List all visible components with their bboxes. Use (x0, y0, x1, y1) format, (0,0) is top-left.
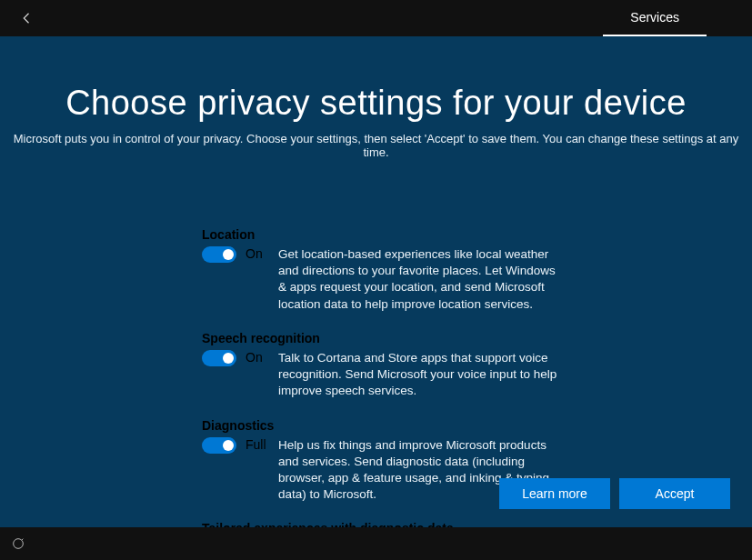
setting-location-desc: Get location-based experiences like loca… (278, 246, 561, 313)
setting-location: Location On Get location-based experienc… (202, 227, 561, 313)
tab-services[interactable]: Services (603, 0, 707, 36)
oobe-window: Services Choose privacy settings for you… (0, 0, 752, 560)
toggle-speech-state: On (246, 350, 271, 365)
setting-speech-label: Speech recognition (202, 331, 561, 345)
toggle-diagnostics[interactable] (202, 437, 236, 454)
back-button[interactable] (16, 7, 38, 29)
toggle-knob (223, 249, 234, 260)
toggle-speech[interactable] (202, 350, 236, 366)
page-subtitle: Microsoft puts you in control of your pr… (0, 132, 752, 159)
toggle-diagnostics-state: Full (246, 437, 271, 452)
setting-tailored: Tailored experiences with diagnostic dat… (202, 521, 561, 527)
setting-speech-desc: Talk to Cortana and Store apps that supp… (278, 350, 561, 400)
content-area: Choose privacy settings for your device … (0, 36, 752, 527)
toggle-location-state: On (246, 246, 271, 261)
learn-more-button[interactable]: Learn more (499, 478, 610, 509)
setting-location-label: Location (202, 227, 561, 242)
svg-point-0 (14, 539, 24, 549)
ease-of-access-icon (11, 536, 25, 551)
bottom-bar (0, 527, 752, 560)
button-row: Learn more Accept (499, 478, 730, 509)
accept-button[interactable]: Accept (619, 478, 730, 509)
toggle-knob (223, 440, 234, 451)
ease-of-access-button[interactable] (9, 535, 27, 553)
page-title: Choose privacy settings for your device (0, 84, 752, 123)
toggle-location[interactable] (202, 246, 236, 263)
arrow-left-icon (19, 10, 35, 26)
setting-speech: Speech recognition On Talk to Cortana an… (202, 331, 561, 400)
toggle-knob (223, 353, 234, 364)
top-bar: Services (0, 0, 752, 36)
setting-tailored-label: Tailored experiences with diagnostic dat… (202, 521, 561, 527)
setting-diagnostics-label: Diagnostics (202, 418, 561, 433)
